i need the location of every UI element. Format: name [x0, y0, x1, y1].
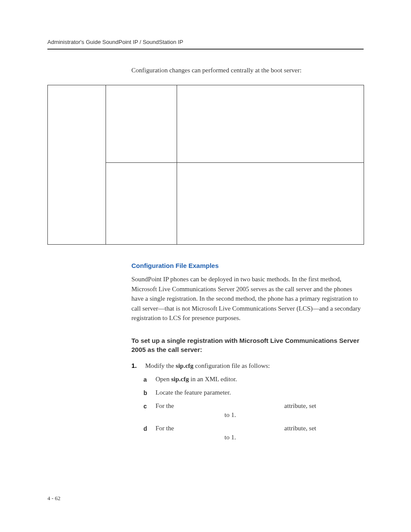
page-footer: 4 - 62 — [47, 495, 60, 502]
section-heading: Configuration File Examples — [131, 262, 364, 269]
substep-letter: d — [143, 425, 147, 432]
body-paragraph: SoundPoint IP phones can be deployed in … — [131, 274, 364, 323]
substep-item: b Locate the feature parameter. — [143, 389, 364, 396]
step-list: 1. Modify the sip.cfg configuration file… — [131, 362, 364, 441]
header-rule — [47, 49, 364, 50]
text-fragment: Open — [156, 376, 171, 383]
config-table — [47, 85, 364, 245]
text-fragment: attribute, set — [284, 402, 316, 410]
table-cell — [177, 85, 364, 163]
text-fragment: Locate the feature parameter. — [156, 389, 231, 396]
text-continuation: to 1. — [224, 411, 364, 419]
substep-item: d For the attribute, set to 1. — [143, 425, 364, 441]
text-fragment: For the — [156, 425, 174, 432]
bold-text: sip.cfg — [176, 362, 193, 369]
substep-list: a Open sip.cfg in an XML editor. b Locat… — [143, 376, 364, 441]
procedure-heading: To set up a single registration with Mic… — [131, 336, 364, 354]
text-fragment: in an XML editor. — [189, 376, 237, 383]
text-fragment: Modify the — [145, 362, 176, 369]
intro-paragraph: Configuration changes can performed cent… — [131, 67, 364, 74]
table-row — [48, 85, 364, 163]
substep-letter: b — [143, 389, 147, 396]
text-fragment: attribute, set — [284, 425, 316, 432]
step-text: Modify the sip.cfg configuration file as… — [145, 362, 270, 369]
bold-text: sip.cfg — [171, 376, 189, 383]
substep-letter: a — [143, 376, 147, 383]
text-continuation: to 1. — [224, 434, 364, 441]
text-fragment: For the — [156, 402, 174, 409]
substep-letter: c — [143, 403, 147, 410]
text-fragment: configuration file as follows: — [193, 362, 270, 369]
table-cell — [106, 85, 177, 163]
table-cell — [48, 85, 106, 245]
step-item: 1. Modify the sip.cfg configuration file… — [131, 362, 364, 441]
table-cell — [106, 163, 177, 245]
main-content: Configuration changes can performed cent… — [131, 67, 364, 441]
step-number: 1. — [131, 362, 143, 369]
substep-item: c For the attribute, set to 1. — [143, 402, 364, 419]
table-cell — [177, 163, 364, 245]
substep-item: a Open sip.cfg in an XML editor. — [143, 376, 364, 383]
page-header: Administrator's Guide SoundPoint IP / So… — [47, 39, 364, 45]
